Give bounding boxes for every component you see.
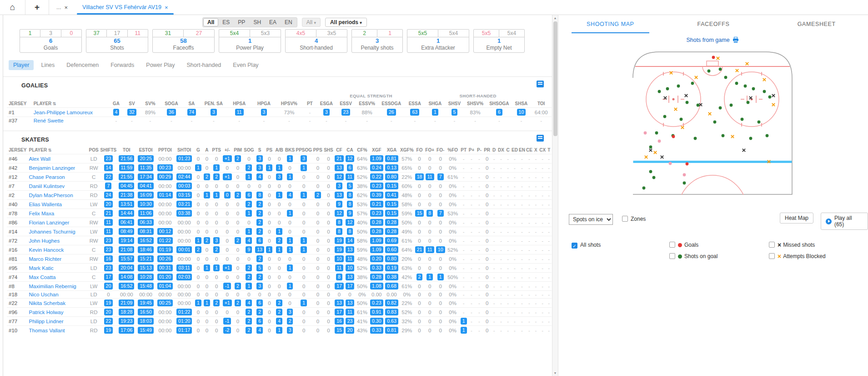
col-header-XGA[interactable]: XGA (384, 146, 399, 154)
player-link[interactable]: Philipp Lindner (29, 319, 63, 324)
window-tab-1[interactable]: Villacher SV VS Fehérvár AV19× (75, 0, 176, 15)
shot-on-goal-marker[interactable] (649, 146, 652, 149)
goals-checkbox[interactable] (669, 242, 675, 248)
shot-on-goal-marker[interactable] (694, 137, 697, 140)
shots-on-goal-checkbox[interactable] (669, 253, 675, 259)
col-header-FO+[interactable]: FO+ (424, 146, 435, 154)
col-header-ESSV%[interactable]: ESSV% (356, 100, 378, 108)
col-header-BKS[interactable]: BKS (285, 146, 296, 154)
player-link[interactable]: Thomas Vallant (29, 328, 65, 333)
shot-on-goal-marker[interactable] (763, 90, 766, 93)
export-table-icon[interactable] (537, 135, 544, 142)
player-link[interactable]: René Swette (34, 118, 64, 123)
shot-on-goal-marker[interactable] (735, 82, 738, 85)
shot-marker[interactable] (669, 162, 672, 165)
shot-on-goal-marker[interactable] (649, 170, 652, 173)
shot-on-goal-marker[interactable] (680, 118, 683, 121)
col-header-SHSV%[interactable]: SHSV% (464, 100, 487, 108)
player-link[interactable]: Alex Wall (29, 156, 50, 162)
col-header-JERSEY[interactable]: JERSEY (7, 100, 32, 108)
col-header-CF%[interactable]: CF% (355, 146, 369, 154)
player-link[interactable]: Nikita Scherbak (29, 300, 65, 306)
col-header-S[interactable]: S (255, 146, 265, 154)
shot-on-goal-marker[interactable] (707, 70, 711, 73)
play-all-button[interactable]: Play all (65) (821, 213, 868, 230)
scope-dropdown[interactable]: All ▾ (302, 18, 321, 27)
sort-icon[interactable]: ⇅ (47, 148, 51, 152)
col-header-PLAYER[interactable]: PLAYER ⇅ (27, 146, 87, 154)
col-header-PTS[interactable]: PTS (211, 146, 222, 154)
player-link[interactable]: Johannes Tschurnig (29, 229, 75, 234)
tab-player[interactable]: Player (9, 60, 34, 70)
col-header-P-[interactable]: P- (476, 146, 483, 154)
scroll-down-icon[interactable]: ▼ (552, 370, 558, 376)
col-header-HPSA[interactable]: HPSA (226, 100, 252, 108)
col-header-JERSEY[interactable]: JERSEY (7, 146, 27, 154)
vertical-scrollbar[interactable]: ▲ ▼ (552, 15, 558, 376)
col-header-SV%[interactable]: SV% (140, 100, 161, 108)
scrollbar-thumb[interactable] (553, 21, 557, 136)
col-header-PIM[interactable]: PIM (233, 146, 243, 154)
col-header-HPGA[interactable]: HPGA (252, 100, 276, 108)
strength-filter-sh[interactable]: SH (249, 18, 265, 26)
home-icon[interactable]: ⌂ (0, 0, 25, 15)
col-header-PPTOI[interactable]: PPTOI (156, 146, 175, 154)
shot-marker[interactable] (644, 132, 647, 135)
player-link[interactable]: Florian Lanzinger (29, 220, 69, 225)
shot-on-goal-marker[interactable] (741, 118, 744, 121)
scroll-up-icon[interactable]: ▲ (552, 15, 558, 21)
col-header-SHTOI[interactable]: SHTOI (175, 146, 194, 154)
strength-filter-ea[interactable]: EA (265, 18, 281, 26)
shot-on-goal-marker[interactable] (730, 104, 733, 107)
col-header-ESGA[interactable]: ESGA (317, 100, 336, 108)
window-tab-0[interactable]: ...× (49, 0, 75, 15)
col-header-ESTOI[interactable]: ESTOI (136, 146, 155, 154)
shot-on-goal-marker[interactable] (768, 96, 772, 99)
col-header-PENSA[interactable]: PEN. SA (201, 100, 226, 108)
col-header-%FO[interactable]: %FO (446, 146, 459, 154)
shot-on-goal-marker[interactable] (724, 76, 728, 79)
col-header-SHSV[interactable]: SHSV (445, 100, 464, 108)
player-link[interactable]: Kevin Hancock (29, 247, 64, 253)
col-header-PT[interactable]: PT (460, 146, 468, 154)
shot-on-goal-marker[interactable] (658, 90, 661, 93)
missed-shots-checkbox[interactable] (769, 242, 775, 248)
col-header-PT[interactable]: PT (303, 100, 317, 108)
attempts-blocked-checkbox[interactable] (769, 253, 775, 259)
player-link[interactable]: Patrick Holway (29, 310, 63, 315)
sort-icon[interactable]: ⇅ (51, 102, 56, 106)
col-header-ESSV[interactable]: ESSV (336, 100, 356, 108)
tab-faceoffs[interactable]: FACEOFFS (662, 15, 765, 33)
tab-gamesheet[interactable]: GAMESHEET (765, 15, 868, 33)
display-mode-select[interactable]: Spots on ice (569, 214, 613, 225)
strength-filter-pp[interactable]: PP (234, 18, 249, 26)
col-header-D[interactable]: D (491, 146, 497, 154)
col-header-PPSOG[interactable]: PPSOG (295, 146, 312, 154)
shot-on-goal-marker[interactable] (686, 101, 689, 104)
col-header-GA[interactable]: GA (109, 100, 124, 108)
shot-on-goal-marker[interactable] (722, 134, 725, 137)
col-header-SHSA[interactable]: SHSA (512, 100, 531, 108)
player-link[interactable]: Felix Maxa (29, 211, 54, 216)
tab-power-play[interactable]: Power Play (141, 60, 179, 70)
shot-on-goal-marker[interactable] (719, 68, 722, 71)
player-link[interactable]: Dylan MacPherson (29, 193, 73, 198)
tab-lines[interactable]: Lines (36, 60, 59, 70)
shot-on-goal-marker[interactable] (655, 132, 658, 135)
col-header-XGF%[interactable]: XGF% (399, 146, 414, 154)
col-header-XGF[interactable]: XGF (369, 146, 384, 154)
shot-on-goal-marker[interactable] (713, 121, 717, 124)
strength-filter-en[interactable]: EN (281, 18, 296, 26)
player-link[interactable]: Elias Wallenta (29, 202, 61, 207)
col-header-TOI[interactable]: TOI (531, 100, 552, 108)
col-header-DX[interactable]: DX (497, 146, 505, 154)
new-tab-button[interactable]: + (25, 0, 49, 15)
player-link[interactable]: Chase Pearson (29, 174, 65, 180)
shot-on-goal-marker[interactable] (697, 104, 700, 107)
col-header-C[interactable]: C (505, 146, 511, 154)
printer-icon[interactable] (733, 37, 739, 44)
col-header-ESSOGA[interactable]: ESSOGA (378, 100, 405, 108)
col-header-CX[interactable]: CX (539, 146, 547, 154)
col-header-SA[interactable]: SA (182, 100, 201, 108)
export-table-icon[interactable] (537, 81, 544, 87)
